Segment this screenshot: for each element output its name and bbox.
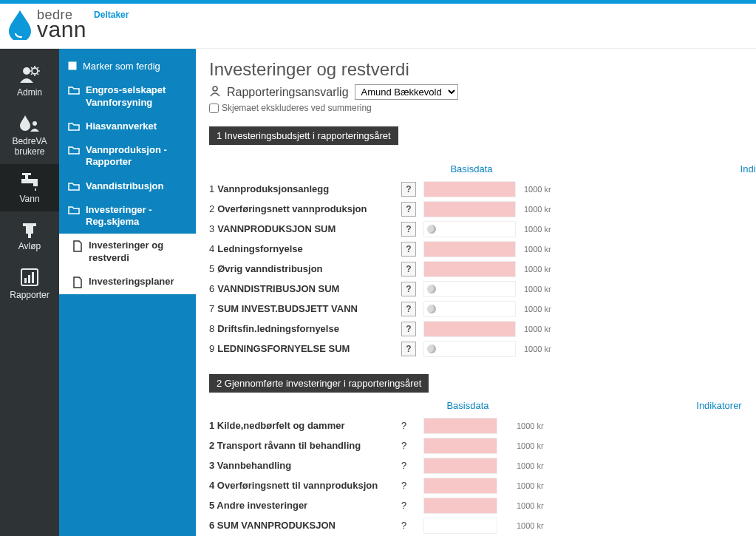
help-button[interactable]: ? — [401, 202, 416, 217]
sidebar-item-label: Vanndistribusjon — [86, 180, 163, 192]
svg-rect-12 — [28, 275, 30, 283]
table-row: 2 Transport råvann til behandling?1000 k… — [209, 435, 756, 455]
sidebar-item-3[interactable]: Vanndistribusjon — [59, 174, 196, 198]
col-indikatorer: Indikatorer — [712, 163, 756, 174]
nav-brukere[interactable]: BedreVA brukere — [0, 105, 59, 164]
value-input[interactable] — [423, 261, 516, 277]
unit-label: 1000 kr — [520, 205, 564, 214]
page-title: Investeringer og restverdi — [209, 59, 756, 80]
help-button[interactable]: ? — [401, 420, 423, 431]
help-button[interactable]: ? — [401, 520, 423, 531]
app-header: bedre vann Deltaker — [0, 4, 756, 49]
value-input[interactable] — [423, 181, 516, 197]
nav-rapporter[interactable]: Rapporter — [0, 259, 59, 308]
checkbox-icon — [68, 61, 77, 70]
person-icon — [209, 85, 221, 100]
value-input — [423, 341, 516, 357]
unit-label: 1000 kr — [512, 521, 556, 530]
value-input[interactable] — [423, 478, 497, 494]
row-label: 8Driftsfin.ledningsfornyelse — [209, 323, 401, 334]
nav-rail: Admin BedreVA brukere Vann — [0, 49, 59, 536]
row-label: 3VANNPRODUKSJON SUM — [209, 223, 401, 234]
table-row: 5Øvrig vanndistribusjon?1000 kr33992 — [209, 259, 756, 279]
sidebar-item-label: Engros-selskapet Vannforsyning — [86, 84, 187, 109]
help-button[interactable]: ? — [401, 182, 416, 197]
table-row: 4Ledningsfornyelse?1000 kr700 — [209, 239, 756, 259]
sidebar-item-0[interactable]: Engros-selskapet Vannforsyning — [59, 78, 196, 115]
unit-label: 1000 kr — [512, 461, 556, 470]
exclude-checkbox[interactable] — [209, 104, 219, 113]
sidebar-item-2[interactable]: Vannproduksjon - Rapporter — [59, 138, 196, 174]
svg-point-2 — [33, 121, 37, 126]
unit-label: 1000 kr — [512, 441, 556, 450]
help-button[interactable]: ? — [401, 500, 423, 511]
table-row: 4 Overføringsnett til vannproduksjon?100… — [209, 475, 756, 495]
help-button[interactable]: ? — [401, 262, 416, 277]
svg-rect-4 — [33, 179, 38, 186]
value-input[interactable] — [423, 201, 516, 217]
svg-rect-14 — [69, 62, 76, 69]
sidebar-sub-label: Investeringsplaner — [89, 276, 174, 288]
sidebar-item-4[interactable]: Investeringer - Reg.skjema — [59, 198, 196, 234]
row-label: 7SUM INVEST.BUDSJETT VANN — [209, 303, 401, 314]
help-button[interactable]: ? — [401, 460, 423, 471]
help-button[interactable]: ? — [401, 222, 416, 237]
value-input[interactable] — [423, 321, 516, 337]
table-row: 5 Andre investeringer?1000 kr — [209, 495, 756, 515]
unit-label: 1000 kr — [520, 305, 564, 313]
svg-rect-9 — [28, 234, 31, 238]
row-label: 2 Transport råvann til behandling — [209, 440, 401, 451]
sidebar-sub-label: Investeringer og restverdi — [89, 240, 187, 264]
value-input[interactable] — [423, 498, 497, 514]
folder-icon — [68, 144, 80, 155]
help-button[interactable]: ? — [401, 242, 416, 257]
nav-admin[interactable]: Admin — [0, 56, 59, 105]
sidebar-item-label: Investeringer - Reg.skjema — [86, 204, 187, 228]
help-button[interactable]: ? — [401, 342, 416, 356]
row-label: 4Ledningsfornyelse — [209, 243, 401, 254]
col-indikatorer: Indikatorer — [675, 400, 756, 411]
help-button[interactable]: ? — [401, 302, 416, 316]
help-button[interactable]: ? — [401, 322, 416, 336]
table-row: 6VANNDISTRIBUSJON SUM?1000 kr34692 — [209, 279, 756, 299]
table-row: 3 Vannbehandling?1000 kr68 — [209, 455, 756, 475]
logo-text-main: vann — [37, 18, 86, 41]
help-button[interactable]: ? — [401, 480, 423, 491]
sidebar-sub-0[interactable]: Investeringer og restverdi — [59, 234, 196, 270]
table-row: 9LEDNINGSFORNYELSE SUM?1000 kr700 — [209, 339, 756, 359]
unit-label: 1000 kr — [520, 225, 564, 234]
mark-complete-label: Marker som ferdig — [83, 61, 160, 72]
sidebar-sub-1[interactable]: Investeringsplaner — [59, 270, 196, 294]
nav-brukere-label2: brukere — [0, 146, 59, 157]
folder-icon — [68, 84, 80, 95]
mark-complete[interactable]: Marker som ferdig — [59, 55, 196, 78]
help-button[interactable]: ? — [401, 440, 423, 451]
svg-point-15 — [213, 86, 217, 91]
value-input — [423, 518, 497, 534]
water-drop-icon — [7, 9, 33, 40]
unit-label: 1000 kr — [520, 185, 564, 194]
nav-avlop[interactable]: Avløp — [0, 211, 59, 259]
svg-point-1 — [32, 68, 38, 74]
section1-header: 1 Investeringsbudsjett i rapporteringsår… — [209, 126, 398, 145]
row-label: 6VANNDISTRIBUSJON SUM — [209, 283, 401, 294]
row-label: 5Øvrig vanndistribusjon — [209, 263, 401, 274]
help-button[interactable]: ? — [401, 282, 416, 296]
nav-vann[interactable]: Vann — [0, 164, 59, 211]
svg-rect-13 — [32, 272, 34, 283]
exclude-label: Skjemaet ekskluderes ved summering — [222, 103, 372, 113]
table-row: 1 Kilde,nedbørfelt og dammer?1000 kr — [209, 415, 756, 435]
table-row: 3VANNPRODUKSJON SUM?1000 kr6132 — [209, 219, 756, 239]
row-label: 5 Andre investeringer — [209, 500, 401, 511]
responsible-select[interactable]: Amund Bækkevold — [355, 84, 458, 100]
value-input[interactable] — [423, 418, 497, 434]
sidebar-item-1[interactable]: Hiasvannverket — [59, 115, 196, 138]
exclude-row[interactable]: Skjemaet ekskluderes ved summering — [209, 103, 756, 113]
value-input[interactable] — [423, 438, 497, 454]
table-row: 2Overføringsnett vannproduksjon?1000 kr0 — [209, 199, 756, 219]
value-input[interactable] — [423, 458, 497, 474]
value-input[interactable] — [423, 241, 516, 257]
svg-rect-6 — [22, 173, 31, 175]
users-drop-icon — [18, 114, 41, 133]
logo-subtitle: Deltaker — [94, 10, 129, 20]
